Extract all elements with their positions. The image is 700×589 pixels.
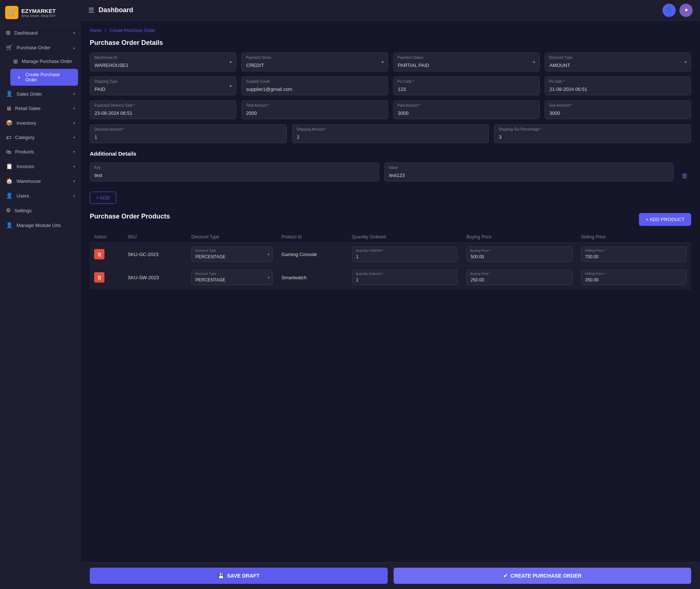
chevron-down-icon: ▾ xyxy=(73,92,75,96)
page-title: Purchase Order Details xyxy=(90,39,691,47)
breadcrumb-separator: / xyxy=(105,28,106,33)
topbar-title: Dashboard xyxy=(99,6,133,14)
shipping-amount-input[interactable] xyxy=(292,124,489,143)
chevron-down-icon: ▾ xyxy=(73,164,75,168)
sidebar-label-inventory: Inventory xyxy=(17,120,36,126)
add-kv-button[interactable]: + ADD xyxy=(90,192,116,204)
product-sku-0: SKU-GC-2023 xyxy=(128,252,159,257)
sidebar-item-manage-module-urls[interactable]: 👤 Manage Module Urls xyxy=(0,218,81,233)
po-code-field: Po Code * xyxy=(393,77,540,95)
user-avatar-button[interactable]: 👤 xyxy=(662,4,676,17)
payment-status-select[interactable]: PARTIAL PAID xyxy=(393,53,540,71)
sidebar-item-sales-order[interactable]: 👤 Sales Order ▾ xyxy=(0,86,81,101)
create-purchase-order-button[interactable]: ✔ CREATE PURCHASE ORDER xyxy=(394,568,692,584)
payment-terms-select[interactable]: CREDIT xyxy=(241,53,388,71)
add-product-button[interactable]: + ADD PRODUCT xyxy=(639,213,691,226)
sidebar-item-retail-sales[interactable]: 🖥 Retail Sales ▾ xyxy=(0,101,81,116)
expected-delivery-input[interactable] xyxy=(90,100,236,119)
sidebar-item-invoices[interactable]: 📋 Invoices ▾ xyxy=(0,159,81,174)
delete-product-button-0[interactable]: 🗑 xyxy=(94,249,104,259)
product-selling-price-input-0[interactable] xyxy=(581,246,687,262)
sidebar-item-dashboard[interactable]: ⊞ Dashboard ▾ xyxy=(0,25,81,40)
sidebar-item-products[interactable]: 🛍 Products ▾ xyxy=(0,145,81,159)
app-tagline: Shop Smart. Shop EZY xyxy=(21,14,56,18)
sales-order-icon: 👤 xyxy=(6,91,13,97)
po-date-field: Po Date * xyxy=(545,77,691,95)
sidebar-label-manage-po: Manage Purchase Order xyxy=(22,59,72,64)
chevron-down-icon: ▾ xyxy=(73,179,75,183)
shipping-type-select[interactable]: PAID xyxy=(90,77,236,95)
product-buying-price-field-0: Buying Price * xyxy=(466,246,572,262)
sidebar-item-settings[interactable]: ⚙ Settings xyxy=(0,203,81,218)
sidebar-item-inventory[interactable]: 📦 Inventory ▾ xyxy=(0,116,81,130)
warehouse-id-field: Warehouse Id WAREHOUSE1 xyxy=(90,53,236,71)
form-row-2: Shipping Type PAID Supplier Email Po Cod… xyxy=(90,77,691,95)
sidebar-label-purchase-order: Purchase Order xyxy=(17,45,50,50)
settings-icon: ⚙ xyxy=(6,207,11,214)
supplier-email-field: Supplier Email xyxy=(241,77,388,95)
manage-po-icon: ⊞ xyxy=(13,58,18,65)
col-selling-price: Selling Price xyxy=(577,231,691,243)
plus-action-button[interactable]: ✦ xyxy=(679,4,693,17)
sidebar-item-users[interactable]: 👤 Users ▾ xyxy=(0,188,81,203)
save-draft-button[interactable]: 💾 SAVE DRAFT xyxy=(90,568,388,584)
users-icon: 👤 xyxy=(6,192,13,199)
sidebar-item-warehouse[interactable]: 🏠 Warehouse ▾ xyxy=(0,174,81,188)
logo: 🛒 EZYMARKET Shop Smart. Shop EZY xyxy=(0,0,81,25)
product-quantity-field-0: Quantity Ordered * xyxy=(352,246,458,262)
payment-terms-field: Payment Terms CREDIT xyxy=(241,53,388,71)
chevron-down-icon: ▾ xyxy=(73,121,75,125)
key-value-row: Key Value 🗑 xyxy=(90,163,691,183)
warehouse-icon: 🏠 xyxy=(6,178,13,184)
key-input[interactable] xyxy=(90,163,379,181)
additional-details-section: Additional Details Key Value 🗑 + ADD xyxy=(90,150,691,204)
product-buying-price-field-1: Buying Price * xyxy=(466,270,572,285)
product-sku-1: SKU-SW-2023 xyxy=(128,275,159,280)
sidebar-label-sales-order: Sales Order xyxy=(17,91,42,97)
product-buying-price-input-0[interactable] xyxy=(466,246,572,262)
table-row: 🗑 SKU-SW-2023 Discount Type PERCENTAGE S… xyxy=(90,266,691,289)
product-quantity-field-1: Quantity Ordered * xyxy=(352,270,458,285)
discount-type-select[interactable]: AMOUNT xyxy=(545,53,691,71)
col-sku: SKU xyxy=(123,231,187,243)
po-date-input[interactable] xyxy=(545,77,691,95)
product-quantity-input-1[interactable] xyxy=(352,270,458,285)
topbar: ☰ Dashboard 👤 ✦ xyxy=(81,0,700,21)
add-product-label: + ADD PRODUCT xyxy=(646,217,685,222)
sidebar-item-purchase-order[interactable]: 🛒 Purchase Order ▴ xyxy=(0,40,81,55)
total-amount-field: Total Amount * xyxy=(241,100,388,119)
product-quantity-input-0[interactable] xyxy=(352,246,458,262)
value-input[interactable] xyxy=(384,163,674,181)
form-row-3: Expected Delivery Date * Total Amount * … xyxy=(90,100,691,119)
sidebar-item-create-purchase-order[interactable]: ＋ Create Purchase Order xyxy=(10,69,78,86)
content-area: Home / Create Purchase Order Purchase Or… xyxy=(81,21,700,562)
hamburger-icon[interactable]: ☰ xyxy=(88,6,94,14)
product-discount-type-select-1[interactable]: PERCENTAGE xyxy=(191,270,273,285)
warehouse-id-select[interactable]: WAREHOUSE1 xyxy=(90,53,236,71)
shipping-tax-input[interactable] xyxy=(494,124,691,143)
chevron-down-icon: ▾ xyxy=(73,135,75,139)
due-amount-input[interactable] xyxy=(545,100,691,119)
sidebar-item-manage-purchase-order[interactable]: ⊞ Manage Purchase Order xyxy=(7,55,81,68)
delete-kv-button[interactable]: 🗑 xyxy=(679,169,691,183)
po-code-input[interactable] xyxy=(393,77,540,95)
discount-amount-input[interactable] xyxy=(90,124,287,143)
total-amount-input[interactable] xyxy=(241,100,388,119)
product-buying-price-input-1[interactable] xyxy=(466,270,572,285)
sidebar-label-users: Users xyxy=(17,193,29,199)
delete-product-button-1[interactable]: 🗑 xyxy=(94,272,104,283)
products-section: Purchase Order Products + ADD PRODUCT Ac… xyxy=(90,213,691,289)
form-row-1: Warehouse Id WAREHOUSE1 Payment Terms CR… xyxy=(90,53,691,71)
product-discount-type-select-0[interactable]: PERCENTAGE xyxy=(191,246,273,262)
key-field: Key xyxy=(90,163,379,181)
paid-amount-input[interactable] xyxy=(393,100,540,119)
product-selling-price-input-1[interactable] xyxy=(581,270,687,285)
sidebar-item-category[interactable]: 🏷 Category ▾ xyxy=(0,130,81,145)
col-discount-type: Discount Type xyxy=(187,231,277,243)
col-buying-price: Buying Price xyxy=(462,231,576,243)
breadcrumb-home[interactable]: Home xyxy=(90,28,102,33)
supplier-email-input[interactable] xyxy=(241,77,388,95)
payment-status-field: Payment Status PARTIAL PAID xyxy=(393,53,540,71)
expected-delivery-field: Expected Delivery Date * xyxy=(90,100,236,119)
retail-sales-icon: 🖥 xyxy=(6,105,11,111)
